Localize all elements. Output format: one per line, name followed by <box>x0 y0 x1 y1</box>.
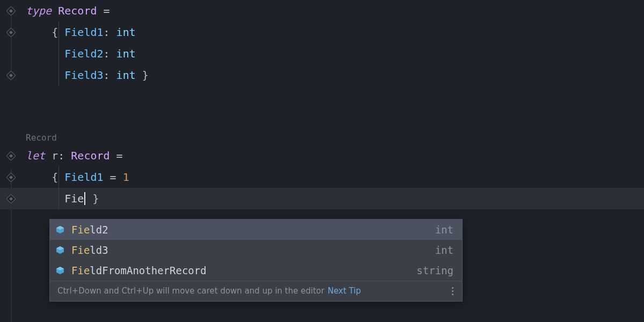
code-line[interactable]: type Record = <box>0 0 644 21</box>
text-caret <box>84 192 85 205</box>
binding-name: r <box>52 150 58 162</box>
inlay-hint: Record <box>0 129 644 145</box>
field-name: Field1 <box>64 171 103 183</box>
keyword-type: type <box>26 5 52 17</box>
code-line[interactable] <box>0 86 644 107</box>
fold-marker-icon[interactable] <box>6 6 16 16</box>
field-name: Field2 <box>64 48 103 60</box>
completion-label: Field3 <box>71 245 435 256</box>
completion-type: string <box>416 265 453 276</box>
code-line[interactable] <box>0 107 644 129</box>
code-line[interactable]: { Field1 = 1 <box>0 166 644 188</box>
completion-label: Field2 <box>71 224 435 236</box>
code-line[interactable]: { Field1: int <box>0 21 644 43</box>
type-ref: int <box>116 26 136 38</box>
completion-hint-text: Ctrl+Down and Ctrl+Up will move caret do… <box>57 287 324 296</box>
code-line-active[interactable]: Fie } <box>0 188 644 209</box>
type-name: Record <box>58 5 97 17</box>
type-ref: int <box>116 48 136 60</box>
code-line[interactable]: Field3: int } <box>0 64 644 86</box>
completion-label: FieldFromAnotherRecord <box>71 265 416 276</box>
completion-item[interactable]: Field2 int <box>50 219 462 240</box>
keyword-let: let <box>26 150 45 162</box>
typed-prefix: Fie <box>64 193 84 204</box>
field-icon <box>55 266 65 275</box>
field-icon <box>55 245 65 255</box>
fold-marker-icon[interactable] <box>6 151 16 160</box>
completion-type: int <box>435 245 453 256</box>
field-name: Field1 <box>64 26 103 38</box>
type-annotation: Record <box>71 150 109 162</box>
kebab-menu-icon[interactable] <box>448 287 457 295</box>
type-ref: int <box>116 69 136 81</box>
field-icon <box>55 225 65 235</box>
fold-marker-icon[interactable] <box>6 194 16 203</box>
code-line[interactable]: let r: Record = <box>0 145 644 166</box>
number-literal: 1 <box>123 171 129 183</box>
fold-marker-icon[interactable] <box>6 70 16 80</box>
fold-marker-icon[interactable] <box>6 172 16 182</box>
fold-marker-icon[interactable] <box>6 27 16 37</box>
completion-item[interactable]: Field3 int <box>50 240 462 260</box>
equals-token: = <box>97 5 109 17</box>
next-tip-link[interactable]: Next Tip <box>327 287 361 296</box>
completion-hint-bar: Ctrl+Down and Ctrl+Up will move caret do… <box>50 281 462 301</box>
completion-popup[interactable]: Field2 int Field3 int FieldFromAnotherRe… <box>49 219 463 302</box>
code-line[interactable]: Field2: int <box>0 43 644 64</box>
field-name: Field3 <box>64 69 103 81</box>
completion-type: int <box>435 224 453 236</box>
completion-item[interactable]: FieldFromAnotherRecord string <box>50 260 462 281</box>
